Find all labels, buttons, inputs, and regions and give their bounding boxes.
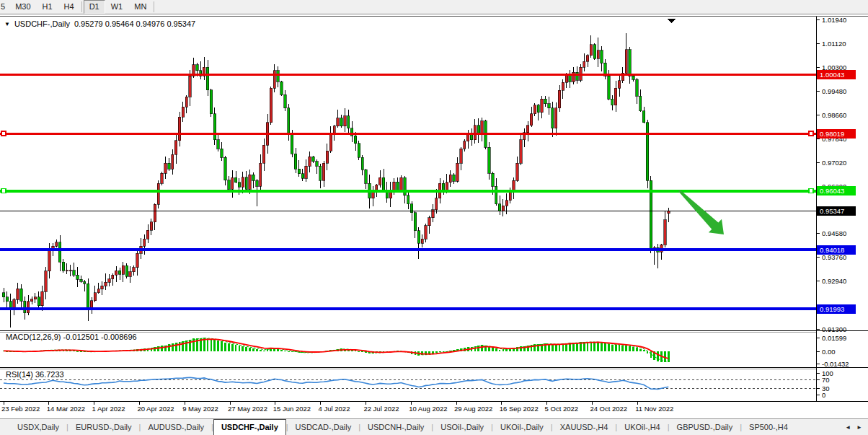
tab-gbpusd-daily[interactable]: GBPUSD-,Daily xyxy=(670,419,740,435)
svg-text:1 Apr 2022: 1 Apr 2022 xyxy=(92,405,125,413)
svg-text:23 Feb 2022: 23 Feb 2022 xyxy=(1,405,40,413)
tf-button-mn[interactable]: MN xyxy=(128,0,152,14)
tab-audusd-daily[interactable]: AUDUSD-,Daily xyxy=(141,419,211,435)
svg-text:9 May 2022: 9 May 2022 xyxy=(182,405,218,413)
tab-scroll-left-icon[interactable]: ◄ xyxy=(842,424,854,431)
down-trend-arrow-annotation[interactable] xyxy=(678,190,724,234)
svg-text:0.94018: 0.94018 xyxy=(820,246,844,254)
svg-text:15 Jun 2022: 15 Jun 2022 xyxy=(273,405,311,413)
tf-button-h1[interactable]: H1 xyxy=(37,0,58,14)
tf-button-d1[interactable]: D1 xyxy=(84,0,105,14)
chart-window: 1.019401.011201.003000.994800.986600.978… xyxy=(0,14,868,418)
svg-text:70: 70 xyxy=(822,376,830,384)
svg-text:0.95347: 0.95347 xyxy=(820,207,844,215)
tabbar-left-pad xyxy=(0,419,10,435)
svg-text:14 Mar 2022: 14 Mar 2022 xyxy=(47,405,85,413)
svg-text:24 Oct 2022: 24 Oct 2022 xyxy=(590,405,627,413)
svg-text:0.98660: 0.98660 xyxy=(822,111,846,119)
svg-text:20 Apr 2022: 20 Apr 2022 xyxy=(137,405,174,413)
svg-text:10 Aug 2022: 10 Aug 2022 xyxy=(409,405,447,413)
tab-ukoil-h4[interactable]: UKOil-,H4 xyxy=(617,419,668,435)
svg-text:0.01599: 0.01599 xyxy=(822,334,846,342)
svg-text:0.99480: 0.99480 xyxy=(822,87,846,95)
svg-text:1.01940: 1.01940 xyxy=(822,16,846,24)
svg-text:0.91993: 0.91993 xyxy=(820,305,844,313)
svg-text:1.01120: 1.01120 xyxy=(822,40,846,48)
svg-text:-0.01432: -0.01432 xyxy=(822,360,849,368)
tab-ukoil-daily[interactable]: UKOil-,Daily xyxy=(493,419,551,435)
svg-text:0.93760: 0.93760 xyxy=(822,253,846,261)
svg-text:5 Oct 2022: 5 Oct 2022 xyxy=(545,405,578,413)
svg-text:0.97020: 0.97020 xyxy=(822,159,846,167)
svg-text:0.98019: 0.98019 xyxy=(820,130,844,138)
svg-text:0: 0 xyxy=(822,391,825,399)
tf-button-m30[interactable]: M30 xyxy=(9,0,36,14)
timeframe-toolbar: 5 M30H1H4D1W1MN xyxy=(0,0,868,14)
macd-indicator-label: MACD(12,26,9) -0.012501 -0.008696 xyxy=(6,333,137,341)
tab-usdx-daily[interactable]: USDX,Daily xyxy=(10,419,66,435)
tab-usdcnh-daily[interactable]: USDCNH-,Daily xyxy=(360,419,431,435)
tab-sp500-h4[interactable]: SP500-,H4 xyxy=(742,419,795,435)
svg-text:29 Aug 2022: 29 Aug 2022 xyxy=(454,405,492,413)
svg-text:16 Sep 2022: 16 Sep 2022 xyxy=(500,405,539,413)
tab-xauusd-h4[interactable]: XAUUSD-,H4 xyxy=(553,419,616,435)
tab-usdchf-daily[interactable]: USDCHF-,Daily xyxy=(213,419,286,435)
chart-canvas[interactable]: 1.019401.011201.003000.994800.986600.978… xyxy=(0,14,868,418)
svg-text:0.91300: 0.91300 xyxy=(822,325,846,333)
svg-text:0.96043: 0.96043 xyxy=(820,187,844,195)
tab-scroll-right-icon[interactable]: ► xyxy=(854,424,865,431)
tab-eurusd-daily[interactable]: EURUSD-,Daily xyxy=(68,419,139,435)
rsi-indicator-label: RSI(14) 36.7233 xyxy=(6,370,64,379)
svg-text:1.00043: 1.00043 xyxy=(820,71,844,79)
toolbar-separator xyxy=(81,1,82,12)
svg-text:0.00: 0.00 xyxy=(822,348,836,356)
tf-button-partial[interactable]: 5 xyxy=(0,0,9,14)
tf-button-w1[interactable]: W1 xyxy=(105,0,129,14)
tab-usoil-daily[interactable]: USOil-,Daily xyxy=(433,419,491,435)
tf-button-h4[interactable]: H4 xyxy=(58,0,80,14)
tab-scroll-nav: ◄► xyxy=(842,419,868,435)
svg-text:22 Jul 2022: 22 Jul 2022 xyxy=(363,405,399,413)
svg-text:0.92940: 0.92940 xyxy=(822,277,846,285)
collapse-indicator-icon[interactable]: ▼ xyxy=(4,20,10,28)
svg-text:1.00300: 1.00300 xyxy=(822,63,846,71)
chart-title: ▼ USDCHF-,Daily 0.95279 0.95464 0.94976 … xyxy=(4,19,195,28)
svg-text:11 Nov 2022: 11 Nov 2022 xyxy=(635,405,673,413)
tab-usdcad-daily[interactable]: USDCAD-,Daily xyxy=(288,419,359,435)
svg-text:4 Jul 2022: 4 Jul 2022 xyxy=(319,405,350,413)
chart-ohlc-values: 0.95279 0.95464 0.94976 0.95347 xyxy=(74,19,195,28)
svg-text:0.94580: 0.94580 xyxy=(822,229,846,237)
chart-symbol-label: USDCHF-,Daily xyxy=(14,19,70,28)
toolbar-separator xyxy=(154,1,154,12)
svg-text:27 May 2022: 27 May 2022 xyxy=(228,405,267,413)
symbol-tab-bar: USDX,Daily|EURUSD-,Daily|AUDUSD-,Daily|U… xyxy=(0,418,868,435)
